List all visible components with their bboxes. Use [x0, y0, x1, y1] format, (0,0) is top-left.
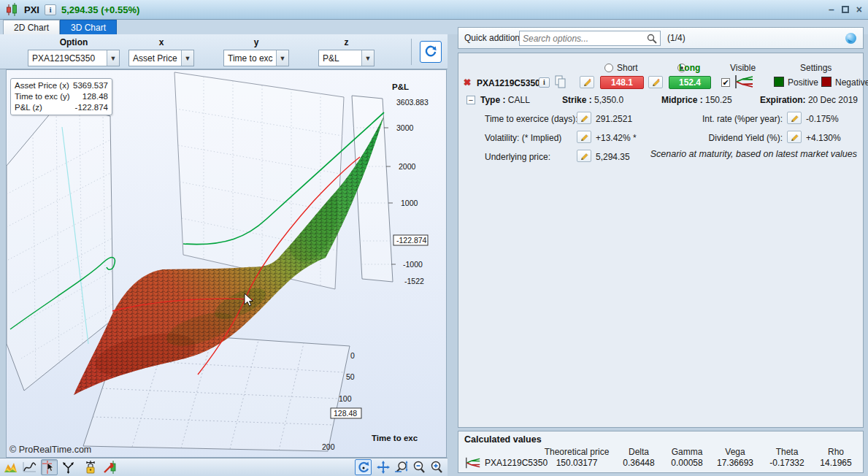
chart-toolbar [0, 458, 448, 476]
vega-value: 17.36693 [710, 458, 761, 468]
collapse-option-button[interactable]: − [466, 96, 475, 104]
edit-volatility-button[interactable] [577, 131, 591, 143]
edit-bid-button[interactable] [580, 76, 594, 88]
line-chart-tool-button[interactable] [21, 459, 38, 475]
tab-3d-chart[interactable]: 3D Chart [60, 20, 117, 34]
interest-rate-label: Int. rate (%per year): [637, 114, 783, 124]
edit-time-to-exercise-button[interactable] [577, 112, 591, 124]
positive-color-swatch[interactable] [774, 77, 784, 87]
lock-drawings-button[interactable] [82, 459, 99, 475]
3d-chart-area[interactable]: P&L 3603.883 3000 2000 1000 -122.874 -10… [6, 69, 447, 458]
maximize-icon[interactable] [842, 6, 849, 13]
midprice-value: 150.25 [705, 95, 732, 105]
svg-text:100: 100 [339, 394, 352, 403]
svg-text:Time to exc: Time to exc [372, 434, 418, 442]
x-axis-select[interactable]: Asset Price ▼ [128, 50, 194, 66]
readout-label: Asset Price (x) [15, 80, 69, 91]
rotate-icon [357, 461, 370, 474]
readout-value: 128.48 [82, 91, 108, 102]
area-chart-tool-button[interactable] [2, 459, 19, 475]
type-field: Type : CALL [480, 95, 530, 105]
theta-value: -0.17332 [761, 458, 813, 468]
pencil-icon [790, 132, 799, 142]
z-axis-select-value: P&L [319, 53, 361, 64]
option-select[interactable]: PXA1219C5350 ▼ [28, 50, 120, 66]
refresh-button[interactable] [420, 41, 442, 63]
delete-option-icon[interactable]: ✖ [464, 77, 471, 88]
search-icon[interactable] [646, 33, 658, 45]
search-input[interactable] [520, 34, 646, 44]
svg-text:3603.883: 3603.883 [396, 98, 429, 107]
short-label: Short [617, 63, 638, 73]
dividend-yield-value: +4.130% [806, 133, 841, 143]
column-header: Vega [710, 447, 761, 457]
long-label: Long [679, 63, 700, 73]
option-payoff-icon [464, 457, 482, 469]
time-to-exercise-label: Time to exercice (days): [485, 114, 578, 124]
zoom-in-tool-button[interactable] [428, 459, 445, 475]
crosshair-cursor-tool-button[interactable] [41, 459, 58, 475]
settings-wrench-button[interactable] [101, 459, 118, 475]
short-radio[interactable] [604, 64, 613, 72]
z-axis-panel [352, 96, 396, 282]
option-payoff-icon[interactable] [734, 74, 754, 89]
zoom-out-tool-button[interactable] [410, 459, 427, 475]
zoom-window-tool-button[interactable] [393, 459, 410, 475]
pencil-icon [651, 77, 661, 87]
chevron-down-icon: ▼ [181, 50, 193, 66]
svg-text:1000: 1000 [401, 199, 418, 207]
svg-text:3000: 3000 [396, 123, 414, 132]
instrument-price: 5,294.35 (+0.55%) [61, 4, 139, 15]
strike-value: 5,350.0 [594, 95, 623, 105]
column-header: Rho [810, 447, 861, 457]
3d-surface-chart[interactable]: P&L 3603.883 3000 2000 1000 -122.874 -10… [7, 70, 447, 458]
close-icon[interactable]: × [856, 4, 862, 15]
svg-text:0: 0 [350, 351, 355, 360]
delta-value: 0.36448 [613, 458, 664, 468]
pan-tool-button[interactable] [375, 459, 391, 475]
type-label: Type : [480, 95, 505, 105]
candlestick-logo-icon [6, 3, 19, 16]
chat-bubble-icon[interactable] [845, 33, 856, 44]
drawing-tools-button[interactable] [60, 459, 77, 475]
bid-price-button[interactable]: 148.1 [600, 76, 644, 89]
refresh-icon [423, 45, 438, 59]
pencil-icon [580, 132, 589, 142]
instrument-info-icon[interactable]: i [45, 4, 56, 15]
z-axis-select[interactable]: P&L ▼ [318, 50, 375, 66]
rotate-tool-button[interactable] [355, 459, 372, 475]
option-info-icon[interactable]: i [539, 77, 550, 88]
edit-underlying-price-button[interactable] [577, 150, 591, 162]
expiration-value: 20 Dec 2019 [808, 95, 858, 105]
negative-color-swatch[interactable] [821, 77, 831, 87]
title-bar: PXI i 5,294.35 (+0.55%) – × [0, 0, 868, 20]
chevron-down-icon: ▼ [107, 50, 119, 66]
column-header: Delta [613, 447, 664, 457]
quick-addition-label: Quick addition [464, 33, 520, 43]
options-count: (1/4) [667, 33, 685, 43]
y-cursor-value: 128.48 [334, 409, 357, 418]
copy-icon[interactable] [554, 75, 566, 89]
column-header: Theoretical price [537, 447, 617, 457]
visible-checkbox[interactable]: ✔ [721, 78, 730, 87]
edit-ask-button[interactable] [648, 76, 663, 88]
minimize-icon[interactable]: – [829, 4, 834, 15]
negative-label: Negative [835, 77, 868, 88]
ask-price-button[interactable]: 152.4 [669, 76, 711, 89]
calculated-values-title: Calculated values [464, 434, 542, 445]
pencil-icon [580, 113, 589, 123]
edit-interest-rate-button[interactable] [787, 112, 802, 124]
svg-text:2000: 2000 [399, 162, 416, 171]
readout-label: Time to exc (y) [15, 91, 70, 102]
edit-dividend-yield-button[interactable] [787, 131, 802, 143]
y-axis-select[interactable]: Time to exc ▼ [223, 50, 289, 66]
readout-label: P&L (z) [15, 102, 42, 113]
line-chart-icon [23, 461, 37, 473]
options-panel: Short Long Visible Settings ✖ PXA1219C53… [458, 53, 864, 428]
tab-2d-chart[interactable]: 2D Chart [3, 20, 60, 34]
svg-text:-1000: -1000 [403, 260, 423, 269]
strike-label: Strike : [562, 95, 592, 105]
pan-icon [377, 461, 390, 474]
area-chart-icon [4, 461, 18, 473]
calculated-values-panel: Calculated values Theoretical price Delt… [458, 431, 864, 473]
